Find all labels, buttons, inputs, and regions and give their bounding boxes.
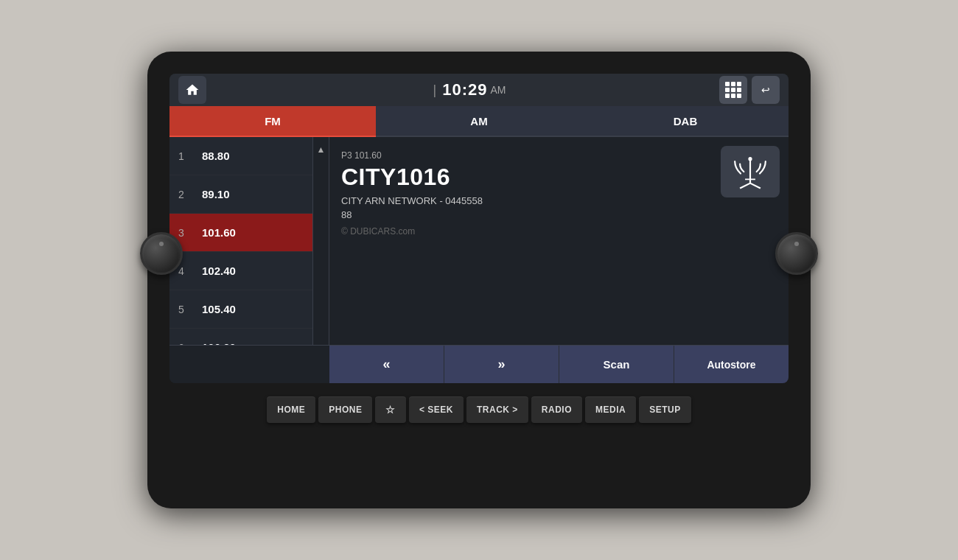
seek-physical-button[interactable]: < SEEK bbox=[409, 396, 464, 423]
home-physical-button[interactable]: HOME bbox=[267, 396, 315, 423]
preset-freq-5: 105.40 bbox=[202, 303, 236, 315]
radio-tabs: FM AM DAB bbox=[169, 106, 789, 137]
tab-dab[interactable]: DAB bbox=[582, 106, 789, 137]
svg-point-4 bbox=[748, 157, 752, 161]
autostore-button[interactable]: Autostore bbox=[674, 346, 789, 383]
next-button[interactable]: » bbox=[444, 346, 559, 383]
station-info-panel: P3 101.60 CITY1016 CITY ARN NETWORK - 04… bbox=[329, 137, 789, 383]
preset-item-1[interactable]: 1 88.80 bbox=[169, 137, 312, 175]
phone-physical-button[interactable]: PHONE bbox=[318, 396, 372, 423]
preset-item-2[interactable]: 2 89.10 bbox=[169, 175, 312, 214]
time-separator-bar: | bbox=[433, 83, 437, 98]
preset-item-5[interactable]: 5 105.40 bbox=[169, 290, 312, 329]
signal-icon bbox=[731, 153, 769, 191]
tab-am[interactable]: AM bbox=[376, 106, 582, 137]
preset-number-4: 4 bbox=[178, 265, 193, 277]
watermark-text: © DUBICARS.com bbox=[341, 226, 777, 237]
preset-item-3[interactable]: 3 101.60 bbox=[169, 214, 312, 252]
preset-number-2: 2 bbox=[178, 189, 193, 200]
station-preset-label: P3 101.60 bbox=[341, 150, 777, 161]
car-infotainment-unit: | 10:29 AM ↩ FM AM DAB bbox=[147, 52, 811, 508]
tab-fm[interactable]: FM bbox=[169, 106, 376, 137]
prev-button[interactable]: « bbox=[329, 346, 444, 383]
station-description: CITY ARN NETWORK - 0445558 bbox=[341, 195, 777, 206]
scroll-up-arrow[interactable]: ▲ bbox=[314, 141, 329, 158]
time-section: | 10:29 AM bbox=[214, 80, 719, 99]
am-pm-label: AM bbox=[490, 84, 506, 96]
scan-button[interactable]: Scan bbox=[559, 346, 674, 383]
left-knob[interactable] bbox=[140, 232, 183, 275]
svg-line-1 bbox=[740, 183, 750, 189]
preset-number-5: 5 bbox=[178, 304, 193, 315]
preset-freq-4: 102.40 bbox=[202, 265, 236, 277]
header-bar: | 10:29 AM ↩ bbox=[169, 74, 789, 106]
track-physical-button[interactable]: TRACK > bbox=[466, 396, 528, 423]
favorites-physical-button[interactable]: ☆ bbox=[375, 396, 406, 423]
grid-icon bbox=[725, 82, 741, 98]
station-extra: 88 bbox=[341, 209, 777, 220]
preset-item-4[interactable]: 4 102.40 bbox=[169, 252, 312, 290]
clock-display: 10:29 bbox=[442, 80, 487, 99]
setup-physical-button[interactable]: SETUP bbox=[639, 396, 691, 423]
preset-number-3: 3 bbox=[178, 227, 193, 239]
playback-controls: « » Scan Autostore bbox=[169, 345, 789, 383]
home-icon bbox=[185, 83, 200, 97]
station-name: CITY1016 bbox=[341, 164, 777, 191]
main-content: 1 88.80 2 89.10 3 101.60 4 102.40 5 10 bbox=[169, 137, 789, 383]
preset-freq-3: 101.60 bbox=[202, 226, 236, 239]
preset-number-1: 1 bbox=[178, 150, 193, 162]
radio-physical-button[interactable]: RADIO bbox=[531, 396, 582, 423]
preset-freq-1: 88.80 bbox=[202, 150, 230, 162]
physical-buttons-row: HOME PHONE ☆ < SEEK TRACK > RADIO MEDIA … bbox=[169, 396, 789, 423]
back-button[interactable]: ↩ bbox=[752, 76, 780, 104]
preset-freq-2: 89.10 bbox=[202, 188, 230, 200]
header-controls: ↩ bbox=[719, 76, 780, 104]
grid-button[interactable] bbox=[719, 76, 747, 104]
home-icon-button[interactable] bbox=[178, 76, 206, 104]
svg-line-2 bbox=[750, 183, 761, 189]
media-physical-button[interactable]: MEDIA bbox=[585, 396, 636, 423]
infotainment-screen: | 10:29 AM ↩ FM AM DAB bbox=[169, 74, 789, 383]
signal-icon-box bbox=[721, 146, 780, 197]
